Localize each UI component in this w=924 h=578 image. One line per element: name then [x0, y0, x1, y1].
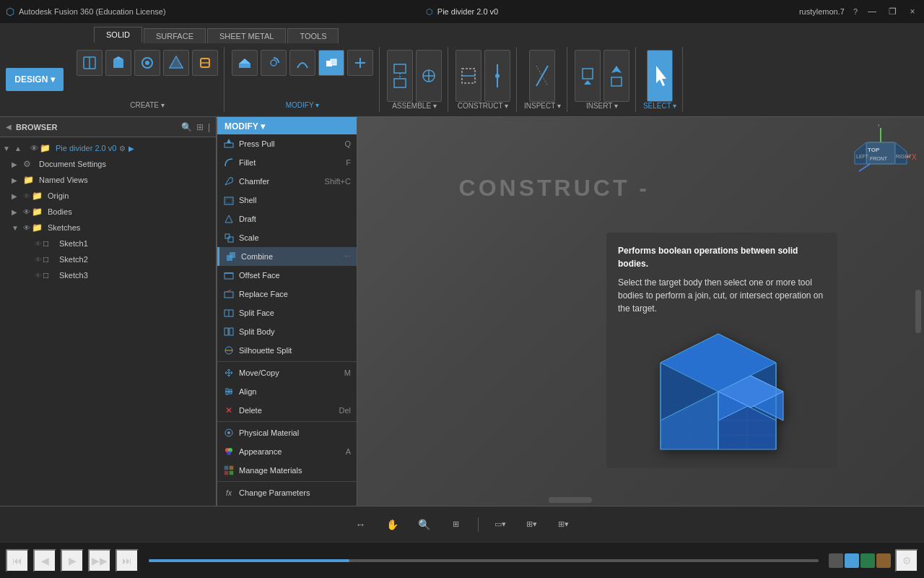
create-label[interactable]: CREATE ▾: [130, 101, 165, 109]
tree-arrow-named: ▶: [12, 176, 23, 184]
browser-options-icon[interactable]: |: [208, 122, 210, 132]
timeline-icon-3: [860, 553, 875, 568]
eye-icon-sketch1[interactable]: 👁: [35, 240, 42, 248]
create-tool-5[interactable]: [192, 50, 218, 76]
create-tool-4[interactable]: [163, 50, 189, 76]
eye-icon-origin[interactable]: 👁: [23, 192, 30, 200]
titlebar-right: rustylemon.7 ? — ❐ ×: [799, 6, 918, 17]
timeline-first-button[interactable]: ⏮: [6, 549, 29, 572]
insert-label[interactable]: INSERT ▾: [586, 102, 618, 110]
create-tool-2[interactable]: [105, 50, 131, 76]
menu-item-shell[interactable]: Shell: [217, 191, 357, 210]
eye-icon-root[interactable]: 👁: [30, 144, 38, 152]
help-icon[interactable]: ?: [853, 7, 858, 16]
insert-tool-1[interactable]: [575, 50, 601, 102]
nav-cube[interactable]: X Y TOP LEFT RIGHT FRONT: [845, 124, 917, 189]
timeline-prev-button[interactable]: ◀: [33, 549, 56, 572]
status-orbit-button[interactable]: ↔: [351, 514, 371, 535]
tree-item-bodies[interactable]: ▶ 👁 📁 Bodies: [0, 204, 216, 220]
tree-item-sketch1[interactable]: 👁 □ Sketch1: [0, 236, 216, 251]
menu-item-split-face[interactable]: Split Face: [217, 303, 357, 322]
select-tool-1[interactable]: [647, 50, 673, 102]
viewport-scroll-handle[interactable]: [915, 290, 921, 333]
inspect-tool-1[interactable]: [529, 50, 555, 102]
status-snap-button[interactable]: ⊞▾: [554, 514, 574, 535]
svg-rect-42: [225, 292, 233, 298]
menu-item-press-pull[interactable]: Press Pull Q: [217, 134, 357, 153]
minimize-button[interactable]: —: [866, 6, 878, 17]
design-button[interactable]: DESIGN ▾: [6, 68, 64, 91]
browser-expand-icon[interactable]: ⊞: [196, 122, 204, 132]
insert-tool-2[interactable]: [603, 50, 629, 102]
construct-label[interactable]: CONSTRUCT ▾: [458, 102, 508, 110]
menu-item-change-parameters[interactable]: fx Change Parameters: [217, 483, 357, 502]
modify-tool-extrude[interactable]: [232, 50, 258, 76]
tree-item-sketches[interactable]: ▼ 👁 📁 Sketches: [0, 220, 216, 236]
change-parameters-icon: fx: [223, 487, 235, 499]
status-display-button[interactable]: ▭▾: [490, 514, 510, 535]
tree-item-root[interactable]: ▼ ▲ 👁 📁 Pie divider 2.0 v0 ⚙ ▶: [0, 140, 216, 156]
root-settings-icon[interactable]: ⚙: [119, 144, 126, 152]
menu-item-draft[interactable]: Draft: [217, 210, 357, 228]
create-tool-3[interactable]: [134, 50, 160, 76]
modify-tool-sweep[interactable]: [289, 50, 315, 76]
eye-icon-sketch2[interactable]: 👁: [35, 256, 42, 264]
tree-item-sketch3[interactable]: 👁 □ Sketch3: [0, 267, 216, 283]
construct-tool-2[interactable]: [484, 50, 510, 102]
timeline-track[interactable]: [149, 559, 819, 562]
menu-item-compute-all[interactable]: Compute All Ctrl+B: [217, 502, 357, 506]
status-grid-button[interactable]: ⊞▾: [522, 514, 542, 535]
menu-item-chamfer[interactable]: Chamfer Shift+C: [217, 172, 357, 191]
menu-item-move-copy[interactable]: Move/Copy M: [217, 363, 357, 382]
menu-item-combine[interactable]: Combine ⋯: [217, 247, 357, 266]
assemble-group: ASSEMBLE ▾: [381, 47, 448, 112]
menu-item-silhouette-split[interactable]: Silhouette Split: [217, 341, 357, 360]
modify-tool-5[interactable]: [347, 50, 373, 76]
close-button[interactable]: ×: [907, 6, 918, 17]
tab-surface[interactable]: SURFACE: [144, 28, 206, 43]
tree-item-origin[interactable]: ▶ 👁 📁 Origin: [0, 188, 216, 204]
create-tool-1[interactable]: [77, 50, 103, 76]
tab-sheet-metal[interactable]: SHEET METAL: [207, 28, 286, 43]
menu-item-delete[interactable]: ✕ Delete Del: [217, 401, 357, 420]
menu-item-offset-face[interactable]: Offset Face: [217, 266, 357, 285]
assemble-tool-1[interactable]: [387, 50, 413, 102]
menu-item-scale[interactable]: Scale: [217, 228, 357, 247]
menu-item-appearance[interactable]: Appearance A: [217, 442, 357, 461]
menu-item-physical-material[interactable]: Physical Material: [217, 423, 357, 442]
modify-tool-revolve[interactable]: [261, 50, 287, 76]
menu-item-fillet[interactable]: Fillet F: [217, 153, 357, 172]
timeline-play-button[interactable]: ▶: [61, 549, 84, 572]
select-label[interactable]: SELECT ▾: [643, 102, 677, 110]
menu-item-align[interactable]: Align: [217, 382, 357, 401]
timeline-next-button[interactable]: ▶▶: [88, 549, 111, 572]
timeline-last-button[interactable]: ⏭: [116, 549, 139, 572]
viewport[interactable]: CONSTRUCT - MODIFY ▾ Press Pull Q Fillet: [217, 117, 924, 506]
menu-item-manage-materials[interactable]: Manage Materials: [217, 461, 357, 480]
tree-item-named-views[interactable]: ▶ 📁 Named Views: [0, 172, 216, 188]
tab-solid[interactable]: SOLID: [94, 27, 142, 43]
timeline-settings-button[interactable]: ⚙: [895, 549, 918, 572]
menu-item-split-body[interactable]: Split Body: [217, 322, 357, 341]
root-play-icon[interactable]: ▶: [128, 144, 134, 152]
eye-icon-bodies[interactable]: 👁: [23, 208, 30, 216]
inspect-label[interactable]: INSPECT ▾: [524, 102, 561, 110]
browser-search-icon[interactable]: 🔍: [181, 122, 192, 132]
viewport-scroll-bottom[interactable]: [549, 497, 592, 503]
modify-menu-header[interactable]: MODIFY ▾: [217, 118, 357, 134]
modify-label[interactable]: MODIFY ▾: [286, 101, 319, 109]
menu-item-replace-face[interactable]: Replace Face: [217, 285, 357, 303]
eye-icon-sketches[interactable]: 👁: [23, 224, 30, 232]
status-zoom-fit-button[interactable]: ⊞: [446, 514, 466, 535]
construct-tool-1[interactable]: [456, 50, 481, 102]
assemble-label[interactable]: ASSEMBLE ▾: [392, 102, 437, 110]
maximize-button[interactable]: ❐: [886, 6, 898, 17]
tree-item-sketch2[interactable]: 👁 □ Sketch2: [0, 251, 216, 267]
tree-item-doc-settings[interactable]: ▶ ⚙ Document Settings: [0, 156, 216, 172]
tab-tools[interactable]: TOOLS: [287, 28, 339, 43]
modify-tool-active[interactable]: [318, 50, 344, 76]
assemble-tool-2[interactable]: [416, 50, 442, 102]
status-pan-button[interactable]: ✋: [383, 514, 403, 535]
eye-icon-sketch3[interactable]: 👁: [35, 272, 42, 280]
status-zoom-button[interactable]: 🔍: [414, 514, 435, 535]
